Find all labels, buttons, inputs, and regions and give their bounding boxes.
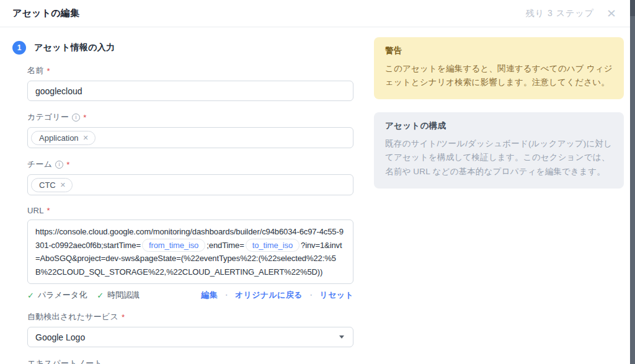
team-chip-label: CTC bbox=[39, 180, 56, 190]
step-title: アセット情報の入力 bbox=[34, 42, 115, 53]
chip-remove-icon[interactable]: ✕ bbox=[83, 134, 89, 142]
flag-time-aware-label: 時間認識 bbox=[107, 290, 140, 301]
background-page-strip bbox=[630, 0, 635, 364]
step-number-badge: 1 bbox=[12, 41, 26, 55]
url-meta-row: ✓ パラメータ化 ✓ 時間認識 編集 ・ オリジナルに戻る bbox=[27, 290, 353, 301]
info-icon[interactable]: i bbox=[55, 161, 63, 169]
asset-config-body: 既存のサイト/ツール/ダッシュボード(ルックアップ)に対してアセットを構成して検… bbox=[385, 137, 613, 179]
url-reset-link[interactable]: リセット bbox=[320, 290, 353, 301]
url-text-segment: ;endTime= bbox=[206, 241, 244, 250]
asset-config-callout: アセットの構成 既存のサイト/ツール/ダッシュボード(ルックアップ)に対してアセ… bbox=[374, 112, 624, 189]
required-asterisk: * bbox=[122, 313, 125, 322]
detected-service-value: Google Logo bbox=[35, 332, 85, 342]
step-1-header: 1 アセット情報の入力 bbox=[12, 41, 353, 55]
drawer-header: アセットの編集 残り 3 ステップ ✕ bbox=[0, 0, 630, 27]
field-team: チーム i * CTC ✕ bbox=[27, 159, 353, 195]
form-column: 1 アセット情報の入力 名前 * カテゴリー i * bbox=[12, 37, 353, 364]
field-url: URL * https://console.cloud.google.com/m… bbox=[27, 206, 353, 301]
category-input[interactable]: Application ✕ bbox=[27, 127, 353, 148]
detected-service-label: 自動検出されたサービス bbox=[27, 311, 118, 322]
team-label: チーム bbox=[27, 159, 52, 170]
team-input[interactable]: CTC ✕ bbox=[27, 174, 353, 195]
field-name: 名前 * bbox=[27, 65, 353, 101]
steps-remaining-label: 残り 3 ステップ bbox=[526, 8, 594, 19]
url-revert-link[interactable]: オリジナルに戻る bbox=[235, 290, 303, 301]
url-label: URL bbox=[27, 206, 44, 215]
category-label: カテゴリー bbox=[27, 112, 69, 123]
asset-config-title: アセットの構成 bbox=[385, 120, 613, 131]
flag-time-aware: ✓ 時間認識 bbox=[97, 290, 140, 301]
link-separator: ・ bbox=[223, 290, 230, 301]
background-page-detail bbox=[630, 0, 635, 16]
category-chip: Application ✕ bbox=[31, 131, 95, 145]
flag-parameterized-label: パラメータ化 bbox=[38, 290, 87, 301]
warning-body: このアセットを編集すると、関連するすべてのハブ ウィジェットとシナリオ検索に影響… bbox=[385, 62, 613, 90]
check-icon: ✓ bbox=[97, 291, 104, 300]
url-param-from-time[interactable]: from_time_iso bbox=[142, 239, 205, 252]
side-column: 警告 このアセットを編集すると、関連するすべてのハブ ウィジェットとシナリオ検索… bbox=[374, 37, 624, 364]
edit-asset-drawer: アセットの編集 残り 3 ステップ ✕ 1 アセット情報の入力 名前 * bbox=[0, 0, 630, 364]
name-label: 名前 bbox=[27, 65, 43, 76]
detected-service-select[interactable]: Google Logo bbox=[27, 327, 353, 347]
url-input[interactable]: https://console.cloud.google.com/monitor… bbox=[27, 220, 353, 284]
drawer-title: アセットの編集 bbox=[12, 7, 79, 19]
chevron-down-icon bbox=[339, 335, 344, 339]
url-edit-link[interactable]: 編集 bbox=[201, 290, 218, 301]
required-asterisk: * bbox=[83, 113, 86, 122]
link-separator: ・ bbox=[308, 290, 315, 301]
url-param-to-time[interactable]: to_time_iso bbox=[246, 239, 300, 252]
warning-title: 警告 bbox=[385, 45, 613, 56]
field-expert-note: エキスパートノート No expert note assigned bbox=[27, 358, 353, 364]
team-chip: CTC ✕ bbox=[31, 178, 73, 192]
name-input[interactable] bbox=[27, 81, 353, 101]
field-detected-service: 自動検出されたサービス * Google Logo bbox=[27, 311, 353, 347]
required-asterisk: * bbox=[66, 160, 69, 169]
flag-parameterized: ✓ パラメータ化 bbox=[27, 290, 87, 301]
required-asterisk: * bbox=[47, 66, 50, 76]
category-chip-label: Application bbox=[39, 133, 79, 143]
close-icon[interactable]: ✕ bbox=[606, 7, 616, 19]
warning-callout: 警告 このアセットを編集すると、関連するすべてのハブ ウィジェットとシナリオ検索… bbox=[374, 37, 624, 99]
check-icon: ✓ bbox=[27, 291, 34, 300]
chip-remove-icon[interactable]: ✕ bbox=[60, 181, 66, 189]
expert-note-label: エキスパートノート bbox=[27, 358, 102, 364]
info-icon[interactable]: i bbox=[72, 113, 80, 122]
required-asterisk: * bbox=[47, 206, 50, 215]
field-category: カテゴリー i * Application ✕ bbox=[27, 112, 353, 148]
